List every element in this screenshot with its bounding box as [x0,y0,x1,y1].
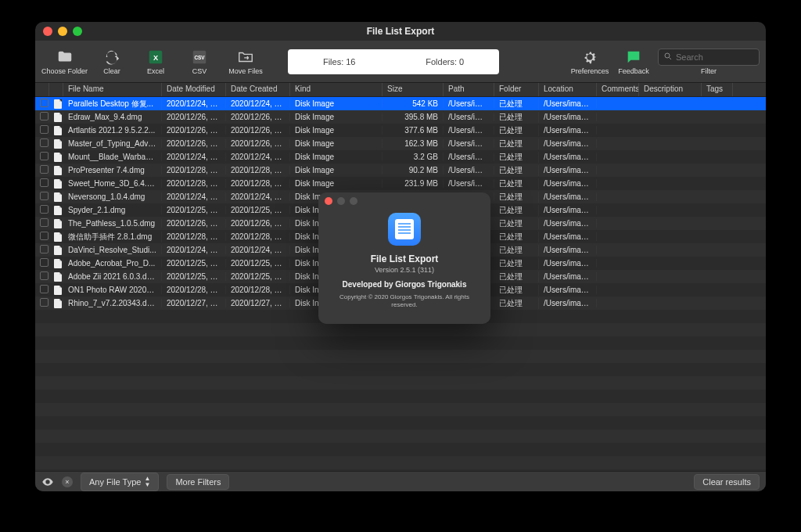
cell-size: 3.2 GB [383,153,444,161]
column-header[interactable]: Folder [494,83,539,96]
file-type-dropdown[interactable]: Any File Type ▲▼ [81,473,159,491]
gear-icon [580,49,599,66]
cell-filename: Mount__Blade_Warban... [63,153,162,161]
column-header[interactable]: Size [383,83,444,96]
row-checkbox[interactable] [40,245,48,253]
column-header[interactable]: Kind [290,83,383,96]
row-checkbox[interactable] [40,112,48,120]
file-icon [54,259,62,268]
row-checkbox[interactable] [40,298,48,307]
cell-folder: 已处理 [494,152,539,163]
cell-folder: 已处理 [494,112,539,123]
preferences-button[interactable]: Preferences [570,49,609,75]
row-checkbox[interactable] [40,192,48,200]
column-header[interactable]: Date Created [226,83,290,96]
cell-path: /Users/imac... [444,126,494,135]
cell-created: 2020/12/28, 10... [226,232,290,241]
cell-location: /Users/imac... [539,153,597,161]
cell-path: /Users/imac... [444,179,494,188]
choose-folder-button[interactable]: Choose Folder [41,49,88,75]
row-checkbox[interactable] [40,99,48,107]
search-icon [663,52,673,63]
excel-button[interactable]: X Excel [136,49,175,75]
table-row[interactable]: ProPresenter 7.4.dmg2020/12/28, 0...2020… [35,164,766,177]
table-row[interactable]: Edraw_Max_9.4.dmg2020/12/26, 21...2020/1… [35,110,766,124]
zoom-icon[interactable] [73,27,82,36]
row-checkbox[interactable] [40,285,48,293]
table-header[interactable]: File NameDate ModifiedDate CreatedKindSi… [35,83,766,97]
row-checkbox[interactable] [40,125,48,134]
eye-icon[interactable] [41,476,54,488]
file-icon [54,126,62,135]
cell-created: 2020/12/25, 21... [226,272,290,281]
search-input[interactable] [658,49,760,66]
cell-folder: 已处理 [494,285,539,296]
feedback-button[interactable]: Feedback [614,49,653,75]
cell-location: /Users/imac... [539,259,597,268]
cell-location: /Users/imac... [539,206,597,214]
cell-created: 2020/12/25, 22... [226,206,290,214]
cell-folder: 已处理 [494,125,539,136]
table-row[interactable]: Sweet_Home_3D_6.4.3...2020/12/28, 0...20… [35,177,766,190]
table-row[interactable]: Master_of_Typing_Adva...2020/12/26, 21..… [35,137,766,150]
files-count: Files: 16 [323,57,356,66]
cell-filename: Adobe_Acrobat_Pro_D... [63,259,162,268]
row-checkbox[interactable] [40,232,48,240]
csv-button[interactable]: CSV CSV [180,49,219,75]
column-header[interactable]: Path [444,83,494,96]
column-header[interactable]: Tags [702,83,733,96]
table-row-empty [35,390,766,403]
column-header[interactable]: Date Modified [162,83,226,96]
close-icon[interactable] [43,27,52,36]
zoom-icon [350,197,357,205]
cell-modified: 2020/12/24, 10... [162,192,226,201]
clear-button[interactable]: Clear [92,49,131,75]
column-header[interactable]: Location [539,83,597,96]
column-header[interactable]: Comments [597,83,639,96]
row-checkbox[interactable] [40,138,48,147]
cell-modified: 2020/12/24, 14... [162,99,226,108]
clear-filter-icon[interactable]: × [62,476,73,487]
row-checkbox[interactable] [40,165,48,174]
cell-kind: Disk Image [290,99,383,108]
search-field[interactable] [676,52,766,62]
cell-created: 2020/12/24, 10... [226,153,290,161]
minimize-icon[interactable] [58,27,67,36]
cell-modified: 2020/12/24, 10... [162,153,226,161]
table-row[interactable]: Parallels Desktop 修复...2020/12/24, 14...… [35,97,766,110]
row-checkbox[interactable] [40,218,48,227]
cell-location: /Users/imac... [539,299,597,307]
cell-folder: 已处理 [494,245,539,256]
row-checkbox[interactable] [40,178,48,187]
move-icon [236,49,255,66]
row-checkbox[interactable] [40,271,48,280]
column-header[interactable]: File Name [63,83,162,96]
close-icon[interactable] [325,197,332,205]
cell-folder: 已处理 [494,99,539,110]
cell-filename: ON1 Photo RAW 2020.6... [63,286,162,294]
cell-location: /Users/imac... [539,126,597,135]
column-header[interactable] [49,83,63,96]
cell-kind: Disk Image [290,126,383,135]
column-header[interactable]: Description [639,83,702,96]
cell-modified: 2020/12/25, 21... [162,272,226,281]
cell-modified: 2020/12/28, 0... [162,179,226,188]
more-filters-button[interactable]: More Filters [167,474,229,490]
column-header[interactable] [35,83,49,96]
clear-results-button[interactable]: Clear results [694,474,760,490]
cell-path: /Users/imac... [444,99,494,108]
file-icon [54,246,62,255]
table-row[interactable]: Mount__Blade_Warban...2020/12/24, 10...2… [35,150,766,164]
row-checkbox[interactable] [40,258,48,267]
cell-modified: 2020/12/26, 21... [162,139,226,148]
row-checkbox[interactable] [40,205,48,214]
move-files-button[interactable]: Move Files [224,49,268,75]
folder-icon [56,49,74,66]
file-icon [54,113,62,122]
row-checkbox[interactable] [40,152,48,160]
table-row[interactable]: Artlantis 2021.2 9.5.2.2...2020/12/26, 2… [35,124,766,137]
cell-created: 2020/12/24, 14... [226,99,290,108]
preferences-label: Preferences [571,67,609,75]
cell-created: 2020/12/27, 10:... [226,299,290,307]
cell-location: /Users/imac... [539,139,597,148]
